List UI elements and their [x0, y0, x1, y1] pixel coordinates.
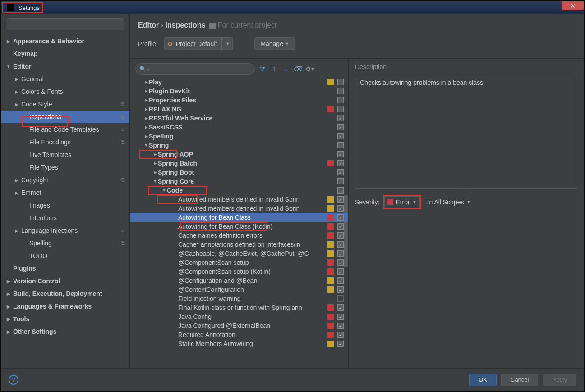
checkbox[interactable] [337, 304, 344, 311]
tree-row[interactable]: ▶Play [130, 78, 348, 87]
nav-item[interactable]: ▶Colors & Fonts [1, 85, 129, 98]
checkbox[interactable] [337, 115, 344, 121]
tree-row[interactable]: Required Annotation [130, 330, 348, 339]
nav-item[interactable]: ▶Code Style⧉ [1, 98, 129, 111]
tree-row[interactable]: @ComponentScan setup (Kotlin) [130, 267, 348, 276]
checkbox[interactable] [337, 286, 344, 293]
nav-item[interactable]: Images [1, 199, 129, 212]
tree-row[interactable]: @ContextConfiguration [130, 285, 348, 294]
nav-item[interactable]: Plugins [1, 262, 129, 275]
collapse-icon[interactable]: ⤓ [282, 65, 290, 73]
checkbox[interactable] [337, 241, 344, 248]
nav-item[interactable]: ▶Tools [1, 313, 129, 325]
nav-item[interactable]: TODO [1, 249, 129, 262]
tree-label: Spelling [149, 133, 173, 140]
nav-item[interactable]: ▶Appearance & Behavior [1, 35, 129, 47]
nav-item[interactable]: ▶Copyright⧉ [1, 174, 129, 186]
tree-row[interactable]: ▶Spring Batch [130, 159, 348, 168]
checkbox[interactable] [337, 268, 344, 275]
nav-item[interactable]: File Types [1, 161, 129, 174]
checkbox[interactable] [337, 323, 344, 329]
inspections-search[interactable]: 🔍 ▼ [135, 63, 255, 75]
close-button[interactable]: ✕ [562, 1, 584, 10]
nav-label: Images [28, 202, 50, 209]
tree-row[interactable]: ▶Properties Files [130, 96, 348, 105]
checkbox[interactable] [337, 295, 344, 302]
checkbox[interactable] [337, 259, 344, 266]
tree-row[interactable]: Autowiring for Bean Class [130, 213, 348, 222]
checkbox[interactable] [337, 341, 344, 347]
tree-row[interactable]: @Configuration and @Bean [130, 276, 348, 285]
checkbox[interactable] [337, 232, 344, 239]
checkbox[interactable] [337, 277, 344, 284]
filter-icon[interactable]: ⧩ [258, 65, 267, 73]
tree-row[interactable]: Java Config [130, 312, 348, 321]
nav-item[interactable]: ▶Languages & Frameworks [1, 300, 129, 313]
checkbox[interactable] [337, 169, 344, 175]
tree-row[interactable]: ▶RELAX NG [130, 105, 348, 114]
checkbox[interactable] [337, 151, 344, 157]
tree-row[interactable]: @ComponentScan setup [130, 258, 348, 267]
checkbox[interactable] [337, 88, 344, 94]
checkbox[interactable] [337, 79, 344, 85]
checkbox[interactable] [337, 142, 344, 148]
tree-row[interactable]: Static Members Autowiring [130, 339, 348, 348]
nav-item[interactable]: ▼Editor [1, 60, 129, 73]
resize-handle[interactable]: :::::: [355, 189, 577, 193]
tree-row[interactable]: ▶Spelling [130, 132, 348, 141]
tree-row[interactable]: Cache* annotations defined on interfaces… [130, 240, 348, 249]
nav-item[interactable]: ▶Emmet [1, 186, 129, 199]
nav-item[interactable]: ▶Other Settings [1, 325, 129, 338]
nav-item[interactable]: Intentions [1, 212, 129, 224]
sidebar-search-input[interactable] [7, 18, 124, 30]
settings-nav-tree[interactable]: ▶Appearance & BehaviorKeymap▼Editor▶Gene… [1, 35, 129, 338]
checkbox[interactable] [337, 106, 344, 112]
tree-row[interactable]: ▼Spring [130, 141, 348, 150]
checkbox[interactable] [337, 332, 344, 338]
cancel-button[interactable]: Cancel [501, 374, 538, 386]
help-button[interactable]: ? [9, 375, 18, 385]
eraser-icon[interactable]: ⌫ [294, 65, 302, 73]
checkbox[interactable] [337, 214, 344, 221]
tree-row[interactable]: ▶Plugin DevKit [130, 87, 348, 96]
nav-item[interactable]: ▶General [1, 73, 129, 85]
checkbox[interactable] [337, 160, 344, 166]
checkbox[interactable] [337, 205, 344, 212]
checkbox[interactable] [337, 133, 344, 139]
tree-row[interactable]: ▶RESTful Web Service [130, 114, 348, 123]
tree-row[interactable]: @Cacheable, @CacheEvict, @CachePut, @C [130, 249, 348, 258]
tree-row[interactable]: ▶Sass/SCSS [130, 123, 348, 132]
checkbox[interactable] [337, 97, 344, 103]
tree-row[interactable]: Cache names definition errors [130, 231, 348, 240]
tree-row[interactable]: ▼Spring Core [130, 177, 348, 186]
checkbox[interactable] [337, 250, 344, 257]
nav-item[interactable]: Live Templates [1, 148, 129, 161]
tree-row[interactable]: Autowired members defined in invalid Spr… [130, 204, 348, 213]
ok-button[interactable]: OK [469, 374, 497, 386]
tree-row[interactable]: Final Kotlin class or function with Spri… [130, 303, 348, 312]
manage-button[interactable]: Manage ▼ [254, 37, 295, 50]
profile-combo[interactable]: ⚙ Project Default ▼ [164, 37, 233, 50]
apply-button[interactable]: Apply [543, 374, 576, 386]
chevron-icon: ▼ [143, 143, 149, 148]
nav-item[interactable]: ▶Version Control [1, 275, 129, 287]
checkbox[interactable] [337, 196, 344, 203]
scope-combo[interactable]: In All Scopes ▼ [425, 196, 474, 208]
expand-icon[interactable]: ⤒ [270, 65, 278, 73]
nav-item[interactable]: ▶Build, Execution, Deployment [1, 287, 129, 300]
nav-item[interactable]: Keymap [1, 47, 129, 60]
checkbox[interactable] [337, 223, 344, 230]
nav-item[interactable]: File Encodings⧉ [1, 136, 129, 148]
checkbox[interactable] [337, 187, 344, 194]
highlight-box [180, 222, 267, 231]
nav-item[interactable]: Spelling⧉ [1, 237, 129, 249]
checkbox[interactable] [337, 178, 344, 184]
tree-row[interactable]: Java Configured @ExternalBean [130, 321, 348, 330]
severity-combo[interactable]: Error ▼ [384, 196, 419, 208]
checkbox[interactable] [337, 124, 344, 130]
checkbox[interactable] [337, 314, 344, 320]
gear-icon[interactable]: ⚙▾ [305, 65, 313, 73]
nav-item[interactable]: ▶Language Injections⧉ [1, 224, 129, 237]
tree-row[interactable]: Field injection warning [130, 294, 348, 303]
tree-row[interactable]: ▶Spring Boot [130, 168, 348, 177]
